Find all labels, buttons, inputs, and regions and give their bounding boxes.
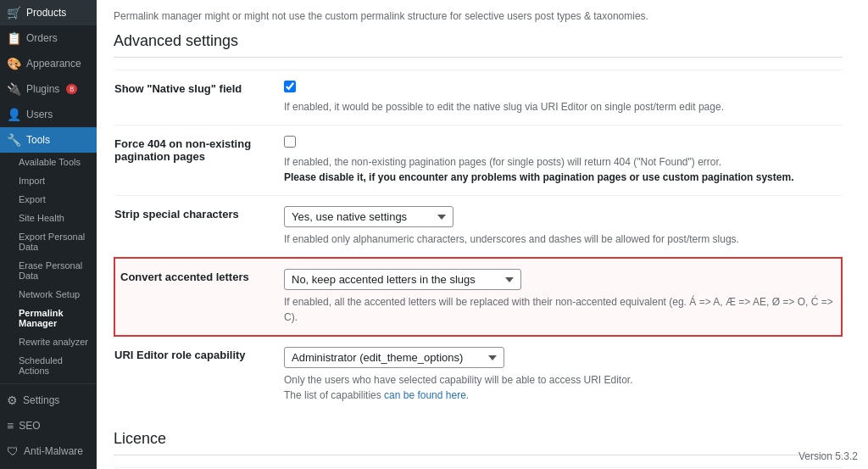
table-row: Strip special characters Yes, use native… — [114, 196, 842, 259]
sidebar-sub-export-personal-data[interactable]: Export Personal Data — [0, 227, 97, 256]
sidebar-item-users[interactable]: 👤 Users — [0, 102, 97, 127]
sidebar-item-settings[interactable]: ⚙ Settings — [0, 388, 97, 413]
seo-icon: ≡ — [7, 419, 14, 433]
sidebar-item-appearance[interactable]: 🎨 Appearance — [0, 51, 97, 76]
sidebar: 🛒 Products 📋 Orders 🎨 Appearance 🔌 Plugi… — [0, 0, 97, 469]
table-row: URI Editor role capability Administrator… — [114, 336, 842, 413]
strip-special-select[interactable]: Yes, use native settings No Yes, use cus… — [284, 206, 453, 227]
orders-icon: 📋 — [7, 31, 21, 45]
native-slug-checkbox[interactable] — [284, 81, 296, 92]
settings-icon: ⚙ — [7, 394, 18, 407]
appearance-icon: 🎨 — [7, 57, 21, 70]
users-icon: 👤 — [7, 108, 21, 121]
strip-special-desc: If enabled only alphanumeric characters,… — [284, 232, 842, 247]
uri-editor-content: Administrator (edit_theme_options) Edito… — [284, 336, 842, 413]
plugins-icon: 🔌 — [7, 82, 21, 96]
strip-special-content: Yes, use native settings No Yes, use cus… — [284, 196, 842, 259]
products-icon: 🛒 — [7, 6, 21, 20]
uri-editor-label: URI Editor role capability — [114, 336, 284, 413]
sidebar-sub-available-tools[interactable]: Available Tools — [0, 153, 97, 171]
sidebar-item-products[interactable]: 🛒 Products — [0, 0, 97, 25]
convert-accented-content: No, keep accented letters in the slugs Y… — [284, 258, 842, 336]
intro-text: Permalink manager might or might not use… — [114, 10, 843, 22]
sidebar-sub-scheduled-actions[interactable]: Scheduled Actions — [0, 351, 97, 380]
sidebar-item-anti-malware[interactable]: 🛡 Anti-Malware — [0, 438, 97, 464]
convert-accented-desc: If enabled, all the accented letters wil… — [284, 294, 841, 325]
main-content: Permalink manager might or might not use… — [97, 0, 868, 469]
version-text: Version 5.3.2 — [798, 450, 858, 462]
sidebar-item-tools[interactable]: 🔧 Tools — [0, 127, 97, 153]
table-row: Convert accented letters No, keep accent… — [114, 258, 842, 336]
capabilities-link[interactable]: can be found here — [384, 389, 466, 401]
advanced-settings-title: Advanced settings — [114, 32, 843, 58]
anti-malware-icon: 🛡 — [7, 444, 19, 458]
sidebar-item-all-import[interactable]: 📥 All Import — [0, 464, 97, 469]
force-404-label: Force 404 on non-existing pagination pag… — [114, 126, 284, 196]
native-slug-desc: If enabled, it would be possible to edit… — [284, 99, 842, 114]
native-slug-label: Show "Native slug" field — [114, 70, 284, 126]
strip-special-label: Strip special characters — [114, 196, 284, 259]
force-404-content: If enabled, the non-existing pagination … — [284, 126, 842, 196]
sidebar-sub-rewrite-analyzer[interactable]: Rewrite analyzer — [0, 332, 97, 351]
sidebar-item-plugins[interactable]: 🔌 Plugins 8 — [0, 76, 97, 102]
sidebar-sub-erase-personal-data[interactable]: Erase Personal Data — [0, 256, 97, 285]
sidebar-sub-import[interactable]: Import — [0, 171, 97, 190]
sidebar-sub-export[interactable]: Export — [0, 190, 97, 209]
sidebar-sub-site-health[interactable]: Site Health — [0, 209, 97, 227]
table-row: Force 404 on non-existing pagination pag… — [114, 126, 842, 196]
sidebar-sub-permalink-manager[interactable]: Permalink Manager — [0, 304, 97, 332]
force-404-checkbox[interactable] — [284, 136, 296, 148]
force-404-desc: If enabled, the non-existing pagination … — [284, 154, 842, 185]
native-slug-content: If enabled, it would be possible to edit… — [284, 70, 842, 126]
tools-icon: 🔧 — [7, 133, 21, 147]
sidebar-item-seo[interactable]: ≡ SEO — [0, 413, 97, 438]
licence-title: Licence — [114, 430, 843, 455]
table-row: Show "Native slug" field If enabled, it … — [114, 70, 842, 126]
sidebar-item-orders[interactable]: 📋 Orders — [0, 25, 97, 51]
sidebar-sub-network-setup[interactable]: Network Setup — [0, 285, 97, 304]
uri-editor-select[interactable]: Administrator (edit_theme_options) Edito… — [284, 347, 504, 368]
settings-table: Show "Native slug" field If enabled, it … — [114, 70, 843, 413]
uri-editor-desc: Only the users who have selected capabil… — [284, 372, 842, 403]
convert-accented-select[interactable]: No, keep accented letters in the slugs Y… — [284, 269, 521, 290]
plugins-badge: 8 — [66, 84, 77, 94]
convert-accented-label: Convert accented letters — [114, 258, 284, 336]
